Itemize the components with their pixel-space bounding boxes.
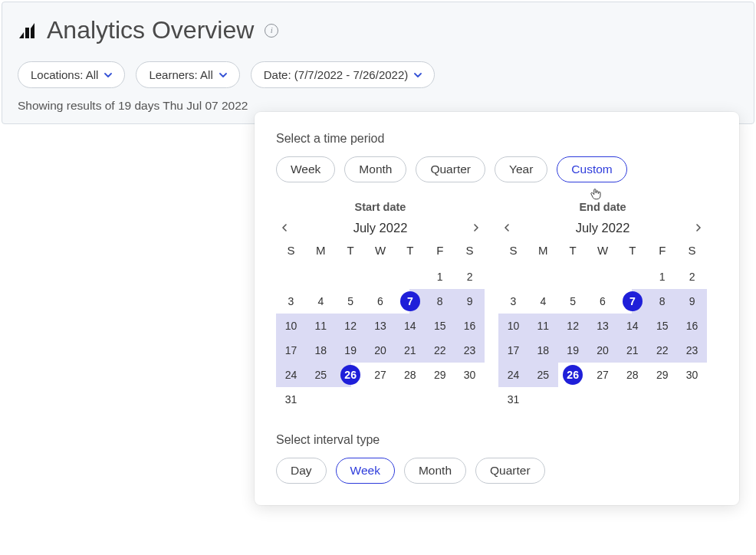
day-cell[interactable]: 10 bbox=[276, 314, 306, 338]
dow-cell: S bbox=[498, 244, 528, 257]
day-cell[interactable]: 15 bbox=[647, 314, 677, 338]
day-cell[interactable]: 28 bbox=[395, 363, 425, 387]
day-cell[interactable]: 16 bbox=[677, 314, 707, 338]
dow-cell: T bbox=[558, 244, 588, 257]
day-cell[interactable]: 23 bbox=[677, 338, 707, 363]
day-cell[interactable]: 12 bbox=[558, 314, 588, 338]
day-cell[interactable]: 25 bbox=[528, 363, 558, 387]
next-month-icon[interactable] bbox=[690, 219, 707, 236]
day-cell[interactable]: 11 bbox=[306, 314, 336, 338]
prev-month-icon[interactable] bbox=[498, 219, 515, 236]
day-cell[interactable]: 26 bbox=[336, 363, 366, 387]
day-cell[interactable]: 28 bbox=[617, 363, 647, 387]
day-cell[interactable]: 27 bbox=[366, 363, 396, 387]
svg-marker-2 bbox=[31, 23, 35, 38]
day-cell[interactable]: 4 bbox=[528, 289, 558, 314]
interval-month[interactable]: Month bbox=[404, 458, 466, 484]
filter-learners[interactable]: Learners: All bbox=[136, 61, 239, 88]
day-cell[interactable]: 19 bbox=[558, 338, 588, 363]
day-cell[interactable]: 21 bbox=[617, 338, 647, 363]
day-cell[interactable]: 13 bbox=[366, 314, 396, 338]
day-cell[interactable]: 31 bbox=[276, 387, 306, 412]
period-year[interactable]: Year bbox=[495, 156, 547, 182]
day-cell[interactable]: 18 bbox=[306, 338, 336, 363]
day-cell[interactable]: 15 bbox=[425, 314, 455, 338]
day-cell[interactable]: 20 bbox=[588, 338, 618, 363]
period-week[interactable]: Week bbox=[276, 156, 335, 182]
day-cell[interactable]: 8 bbox=[647, 289, 677, 314]
filter-locations-label: Locations: All bbox=[31, 68, 98, 81]
day-cell[interactable]: 2 bbox=[677, 264, 707, 289]
day-cell[interactable]: 7 bbox=[395, 289, 425, 314]
day-cell[interactable]: 22 bbox=[647, 338, 677, 363]
day-cell[interactable]: 17 bbox=[498, 338, 528, 363]
dow-row: SMTWTFS bbox=[276, 244, 485, 257]
day-cell[interactable]: 3 bbox=[276, 289, 306, 314]
day-cell[interactable]: 18 bbox=[528, 338, 558, 363]
day-cell[interactable]: 14 bbox=[395, 314, 425, 338]
day-cell[interactable]: 6 bbox=[366, 289, 396, 314]
day-cell[interactable]: 16 bbox=[455, 314, 485, 338]
interval-day[interactable]: Day bbox=[276, 458, 327, 484]
time-period-options: WeekMonthQuarterYearCustom bbox=[276, 156, 718, 182]
interval-type-options: DayWeekMonthQuarter bbox=[276, 458, 718, 484]
chevron-down-icon bbox=[219, 71, 227, 79]
dow-cell: T bbox=[617, 244, 647, 257]
analytics-logo-icon bbox=[18, 21, 36, 40]
dow-cell: S bbox=[455, 244, 485, 257]
day-cell[interactable]: 26 bbox=[558, 363, 588, 387]
day-cell[interactable]: 24 bbox=[498, 363, 528, 387]
day-cell[interactable]: 30 bbox=[455, 363, 485, 387]
day-cell[interactable]: 24 bbox=[276, 363, 306, 387]
day-cell[interactable]: 1 bbox=[425, 264, 455, 289]
day-cell[interactable]: 31 bbox=[498, 387, 528, 412]
chevron-down-icon bbox=[104, 71, 112, 79]
day-cell[interactable]: 4 bbox=[306, 289, 336, 314]
day-cell[interactable]: 12 bbox=[336, 314, 366, 338]
day-cell[interactable]: 30 bbox=[677, 363, 707, 387]
day-cell[interactable]: 19 bbox=[336, 338, 366, 363]
chevron-down-icon bbox=[414, 71, 422, 79]
day-cell[interactable]: 3 bbox=[498, 289, 528, 314]
day-cell[interactable]: 17 bbox=[276, 338, 306, 363]
period-month[interactable]: Month bbox=[344, 156, 406, 182]
filter-date[interactable]: Date: (7/7/2022 - 7/26/2022) bbox=[251, 61, 435, 88]
dow-cell: M bbox=[528, 244, 558, 257]
prev-month-icon[interactable] bbox=[276, 219, 293, 236]
day-cell[interactable]: 9 bbox=[677, 289, 707, 314]
next-month-icon[interactable] bbox=[468, 219, 485, 236]
day-cell[interactable]: 13 bbox=[588, 314, 618, 338]
calendar-start: Start dateJuly 2022SMTWTFS12345678910111… bbox=[276, 201, 485, 412]
day-cell[interactable]: 1 bbox=[647, 264, 677, 289]
day-cell[interactable]: 21 bbox=[395, 338, 425, 363]
day-cell[interactable]: 23 bbox=[455, 338, 485, 363]
period-quarter[interactable]: Quarter bbox=[416, 156, 485, 182]
date-picker-popover: Select a time period WeekMonthQuarterYea… bbox=[255, 112, 739, 505]
day-cell[interactable]: 25 bbox=[306, 363, 336, 387]
day-cell[interactable]: 2 bbox=[455, 264, 485, 289]
day-cell[interactable]: 20 bbox=[366, 338, 396, 363]
day-cell[interactable]: 27 bbox=[588, 363, 618, 387]
period-custom[interactable]: Custom bbox=[557, 156, 626, 182]
day-cell[interactable]: 5 bbox=[336, 289, 366, 314]
results-status: Showing results of 19 days Thu Jul 07 20… bbox=[18, 99, 738, 113]
interval-type-label: Select interval type bbox=[276, 433, 718, 447]
interval-week[interactable]: Week bbox=[336, 458, 395, 484]
day-cell[interactable]: 14 bbox=[617, 314, 647, 338]
day-cell[interactable]: 10 bbox=[498, 314, 528, 338]
filter-learners-label: Learners: All bbox=[149, 68, 212, 81]
day-cell[interactable]: 29 bbox=[647, 363, 677, 387]
info-icon[interactable]: i bbox=[265, 24, 278, 38]
day-cell[interactable]: 5 bbox=[558, 289, 588, 314]
day-cell[interactable]: 8 bbox=[425, 289, 455, 314]
filter-locations[interactable]: Locations: All bbox=[18, 61, 125, 88]
day-cell[interactable]: 11 bbox=[528, 314, 558, 338]
day-cell[interactable]: 6 bbox=[588, 289, 618, 314]
title-row: Analytics Overview i bbox=[18, 16, 738, 44]
day-cell[interactable]: 29 bbox=[425, 363, 455, 387]
day-cell[interactable]: 9 bbox=[455, 289, 485, 314]
day-cell[interactable]: 7 bbox=[617, 289, 647, 314]
dow-row: SMTWTFS bbox=[498, 244, 707, 257]
day-cell[interactable]: 22 bbox=[425, 338, 455, 363]
interval-quarter[interactable]: Quarter bbox=[475, 458, 545, 484]
